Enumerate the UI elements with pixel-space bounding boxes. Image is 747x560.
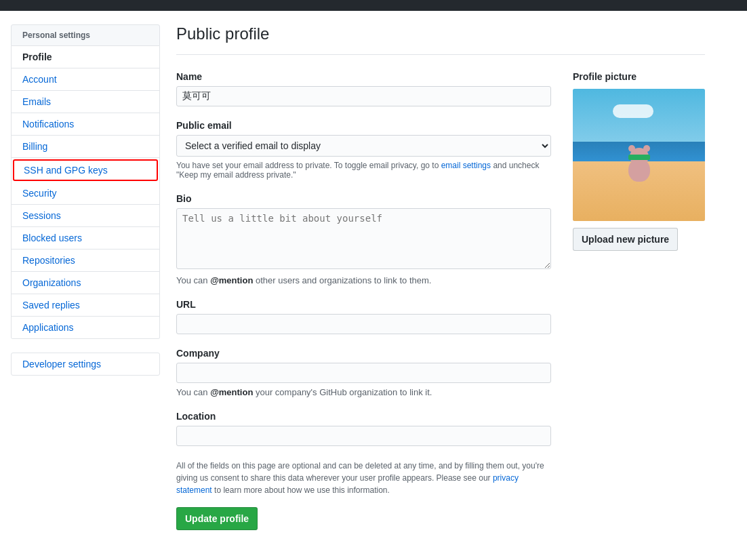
name-input[interactable] xyxy=(176,86,551,106)
bio-note-text1: You can xyxy=(176,275,210,285)
bio-group: Bio You can @mention other users and org… xyxy=(176,193,551,285)
sidebar-item-saved-replies[interactable]: Saved replies xyxy=(12,294,159,317)
company-note: You can @mention your company's GitHub o… xyxy=(176,387,551,397)
sidebar-item-account[interactable]: Account xyxy=(12,68,159,91)
update-profile-button[interactable]: Update profile xyxy=(176,507,258,530)
submit-section: Update profile xyxy=(176,507,551,530)
company-mention: @mention xyxy=(210,387,253,397)
url-input[interactable] xyxy=(176,314,551,334)
footer-text1: All of the fields on this page are optio… xyxy=(176,461,544,483)
bio-note: You can @mention other users and organiz… xyxy=(176,275,551,285)
sidebar-item-ssh-gpg[interactable]: SSH and GPG keys xyxy=(13,159,158,181)
location-label: Location xyxy=(176,411,551,422)
bio-label: Bio xyxy=(176,193,551,204)
sidebar-nav: Profile Account Emails Notifications Bil… xyxy=(11,46,160,339)
bear-figure xyxy=(626,148,653,182)
name-label: Name xyxy=(176,71,551,82)
sidebar-item-billing[interactable]: Billing xyxy=(12,136,159,158)
sidebar-item-sessions[interactable]: Sessions xyxy=(12,205,159,227)
footer-note: All of the fields on this page are optio… xyxy=(176,460,551,496)
beach-sky xyxy=(573,89,705,148)
sidebar-item-applications[interactable]: Applications xyxy=(12,317,159,338)
company-note-text2: your company's GitHub organization to li… xyxy=(253,387,432,397)
email-settings-link[interactable]: email settings xyxy=(441,161,491,170)
sidebar-section-developer: Developer settings xyxy=(11,353,160,376)
upload-picture-button[interactable]: Upload new picture xyxy=(573,228,678,251)
company-group: Company You can @mention your company's … xyxy=(176,348,551,397)
bear-scarf xyxy=(628,155,650,160)
sidebar-heading: Personal settings xyxy=(11,24,160,46)
url-label: URL xyxy=(176,299,551,310)
top-bar xyxy=(0,0,747,11)
sidebar-item-notifications[interactable]: Notifications xyxy=(12,113,159,136)
sidebar-item-organizations[interactable]: Organizations xyxy=(12,272,159,294)
bio-mention: @mention xyxy=(210,275,253,285)
profile-picture-section: Profile picture Upload new picture xyxy=(573,71,705,530)
email-privacy-note: You have set your email address to priva… xyxy=(176,161,551,180)
form-layout: Name Public email Select a verified emai… xyxy=(176,71,705,530)
bio-input[interactable] xyxy=(176,208,551,269)
company-label: Company xyxy=(176,348,551,359)
public-email-select[interactable]: Select a verified email to display xyxy=(176,135,551,157)
beach-cloud xyxy=(613,104,653,118)
sidebar-item-blocked-users[interactable]: Blocked users xyxy=(12,227,159,249)
url-group: URL xyxy=(176,299,551,334)
sidebar-item-emails[interactable]: Emails xyxy=(12,91,159,113)
sidebar-developer-settings[interactable]: Developer settings xyxy=(11,353,160,376)
sidebar-item-repositories[interactable]: Repositories xyxy=(12,249,159,272)
form-fields: Name Public email Select a verified emai… xyxy=(176,71,551,530)
main-content: Public profile Name Public email Select … xyxy=(176,24,705,530)
company-note-text1: You can xyxy=(176,387,210,397)
bear-body xyxy=(628,158,650,182)
company-input[interactable] xyxy=(176,363,551,383)
sidebar-item-profile[interactable]: Profile xyxy=(12,46,159,68)
name-group: Name xyxy=(176,71,551,106)
footer-text2: to learn more about how we use this info… xyxy=(214,485,390,495)
bio-note-text2: other users and organizations to link to… xyxy=(253,275,431,285)
sidebar: Personal settings Profile Account Emails… xyxy=(11,24,160,530)
sidebar-item-security[interactable]: Security xyxy=(12,182,159,205)
profile-picture-label: Profile picture xyxy=(573,71,705,82)
email-privacy-text1: You have set your email address to priva… xyxy=(176,161,439,170)
location-input[interactable] xyxy=(176,426,551,446)
location-group: Location xyxy=(176,411,551,446)
public-email-group: Public email Select a verified email to … xyxy=(176,120,551,180)
public-email-label: Public email xyxy=(176,120,551,131)
page-title: Public profile xyxy=(176,24,705,55)
profile-picture-image xyxy=(573,89,705,221)
